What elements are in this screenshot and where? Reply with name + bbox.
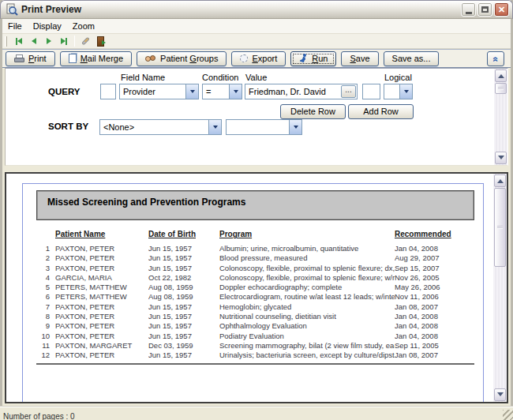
cell-program: Podiatry Evaluation [219,332,395,341]
cell-recommended: Nov 11, 2006 [395,292,475,302]
logical-select[interactable] [384,84,413,99]
cell-program: Ophthalmology Evaluation [219,321,395,331]
cell-recommended: Jan 04, 2008 [395,321,475,331]
table-row: 9 PAXTON, PETER Jun 15, 1957 Ophthalmolo… [23,321,483,331]
chevron-down-icon[interactable] [289,120,301,134]
cell-recommended: Jan 08, 2007 [395,351,475,360]
chevron-down-icon[interactable] [185,84,198,99]
table-row: 10 PAXTON, PETER Jun 15, 1957 Podiatry E… [23,332,483,341]
sort-by-secondary-select[interactable] [226,119,302,135]
menu-zoom[interactable]: Zoom [67,20,100,32]
add-row-button[interactable]: Add Row [348,104,414,119]
collapse-panel-button[interactable]: « [487,51,504,66]
cell-patient-name: PAXTON, PETER [55,244,148,253]
chevron-down-icon[interactable] [229,84,242,99]
report-rows: 1 PAXTON, PETER Jun 15, 1957 Albumin; ur… [23,244,483,361]
cell-program: Colonoscopy, flexible, proximal to splen… [219,264,395,273]
query-seq-input[interactable] [100,84,116,99]
logical-seq-input[interactable] [362,84,380,99]
save-as-button[interactable]: Save as... [384,51,440,66]
cell-date-of-birth: Jun 15, 1957 [148,351,219,360]
print-setup-button[interactable] [79,35,92,47]
next-page-button[interactable] [42,35,55,47]
scrollbar-thumb[interactable] [495,83,507,94]
sort-by-label: SORT BY [48,122,88,131]
exit-button[interactable] [94,35,107,47]
menu-display[interactable]: Display [28,20,67,32]
table-row: 8 PAXTON, PETER Jun 15, 1957 Nutritional… [23,312,483,321]
row-number: 2 [36,253,55,263]
first-page-button[interactable] [12,35,25,47]
maximize-button[interactable] [477,2,492,17]
cell-date-of-birth: Jun 15, 1957 [148,244,219,253]
delete-row-button[interactable]: Delete Row [280,104,346,119]
mail-merge-button[interactable]: Mail Merge [60,51,132,66]
table-row: 5 PETERS, MATTHEW Aug 08, 1959 Doppler e… [23,283,483,292]
save-button[interactable]: Save [341,51,378,66]
cell-program: Doppler echocardiography; complete [219,283,395,292]
table-row: 2 PAXTON, PETER Jun 15, 1957 Blood press… [23,253,483,263]
cell-program: Electrocardiogram, routine w/at least 12… [219,292,395,302]
field-name-label: Field Name [121,73,165,82]
cell-date-of-birth: Jun 15, 1957 [148,321,219,331]
table-row: 3 PAXTON, PETER Jun 15, 1957 Colonoscopy… [23,264,483,273]
scroll-down-button[interactable] [494,388,506,401]
print-setup-icon [81,37,90,46]
report-title: Missed Screening and Prevention Programs [37,191,245,208]
preview-scrollbar[interactable] [493,174,507,402]
row-number: 8 [36,312,55,321]
cell-recommended: Sep 15, 2007 [395,264,475,273]
cell-recommended: Nov 26, 2005 [395,273,475,283]
resize-grip[interactable] [503,410,513,420]
query-scrollbar[interactable] [494,69,507,165]
row-number: 6 [36,292,55,302]
cell-patient-name: PAXTON, PETER [55,253,148,263]
condition-label: Condition [202,73,238,82]
toolbar-grip[interactable] [5,36,7,47]
scrollbar-thumb[interactable] [494,188,506,267]
cell-recommended: Aug 29, 2007 [395,253,475,263]
scroll-down-button[interactable] [495,152,507,164]
cell-program: Colonoscopy, flexible, proximal to splen… [219,273,395,283]
patient-groups-button[interactable]: Patient Groups [137,51,227,66]
print-button[interactable]: Print [6,51,55,66]
toolbar-separator [74,36,75,47]
run-button[interactable]: Run [290,51,336,66]
minimize-button[interactable] [461,2,476,17]
cell-recommended: Jan 04, 2008 [395,312,475,321]
value-input[interactable]: Friedman, Dr. David ... [245,84,358,99]
value-lookup-button[interactable]: ... [341,85,356,98]
maximize-icon [481,6,489,13]
close-button[interactable]: ✕ [494,2,509,17]
cell-patient-name: PAXTON, PETER [55,351,148,360]
column-program: Program [219,230,395,238]
sort-by-primary-select[interactable]: <None> [99,119,222,135]
last-page-button[interactable] [57,35,70,47]
export-icon [240,54,248,62]
cell-program: Albumin; urine, microalbumin, quantitati… [219,244,395,253]
title-bar[interactable]: Print Preview ✕ [0,0,513,19]
run-icon [299,54,308,63]
condition-select[interactable]: = [202,84,242,99]
previous-page-button[interactable] [27,35,40,47]
print-preview-window: Print Preview ✕ File Display Zoom [0,0,513,420]
arrow-up-icon [498,71,504,78]
close-icon: ✕ [498,5,505,15]
cell-patient-name: PAXTON, PETER [55,332,148,341]
query-section-label: QUERY [48,87,80,96]
patient-groups-icon [145,54,156,63]
query-panel: Field Name Condition Value Logical QUERY… [5,68,508,166]
print-preview-icon [6,3,18,16]
cell-patient-name: PETERS, MATTHEW [55,283,148,292]
column-recommended: Recommended [395,230,475,238]
navigation-toolbar [2,34,511,49]
scroll-up-button[interactable] [495,69,507,82]
field-name-select[interactable]: Provider [119,84,199,99]
cell-date-of-birth: Dec 03, 1959 [148,341,219,351]
chevron-down-icon[interactable] [399,84,412,99]
chevron-down-icon[interactable] [208,120,221,134]
menu-file[interactable]: File [2,20,28,32]
scroll-up-button[interactable] [494,174,506,187]
export-button[interactable]: Export [231,51,286,66]
cell-date-of-birth: Oct 22, 1982 [148,273,219,283]
